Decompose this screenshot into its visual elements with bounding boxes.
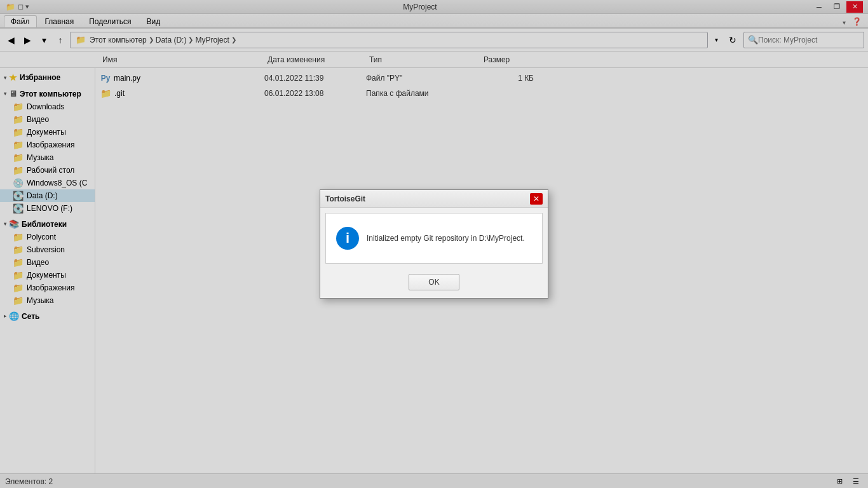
dialog-close-button[interactable]: ✕: [530, 193, 543, 205]
ok-button[interactable]: OK: [409, 274, 459, 290]
dialog-body: i Initialized empty Git repository in D:…: [325, 213, 543, 264]
tortoisegit-dialog: TortoiseGit ✕ i Initialized empty Git re…: [320, 189, 548, 299]
dialog-footer: OK: [320, 269, 548, 298]
dialog-title: TortoiseGit: [325, 194, 365, 203]
dialog-titlebar: TortoiseGit ✕: [320, 190, 548, 208]
dialog-message: Initialized empty Git repository in D:\M…: [367, 233, 525, 244]
modal-overlay: TortoiseGit ✕ i Initialized empty Git re…: [0, 0, 868, 488]
info-icon: i: [336, 227, 359, 250]
